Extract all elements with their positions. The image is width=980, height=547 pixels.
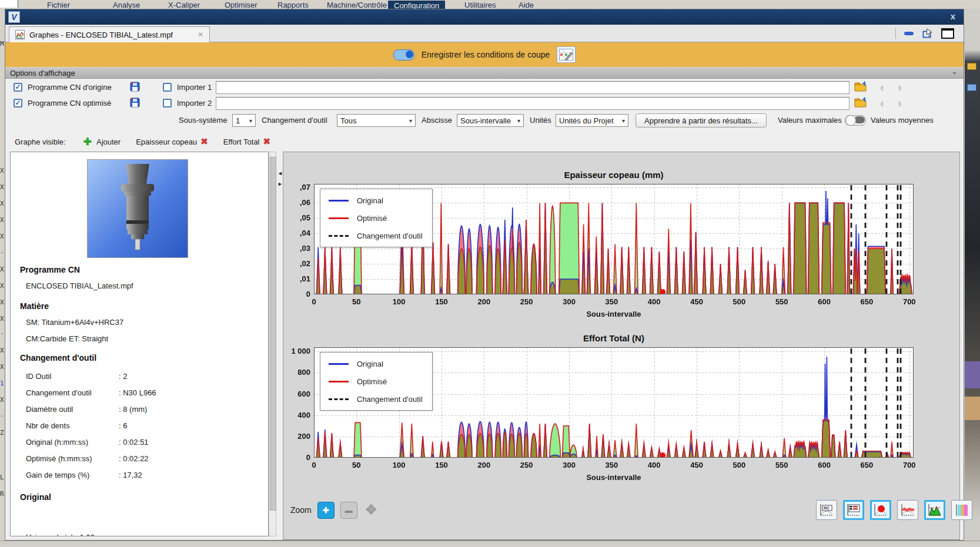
graph-table-button[interactable]	[843, 500, 864, 520]
legend-swatch-dashed	[329, 235, 349, 237]
graph-nc-program-button[interactable]: NC	[816, 500, 837, 520]
learn-from-results-button[interactable]: Apprendre à partir des résultats...	[636, 113, 767, 127]
dialog-title-bar[interactable]: V x	[5, 9, 964, 25]
history-back-chevron[interactable]: ‹	[880, 96, 884, 109]
y-tick-label: 600	[287, 390, 310, 398]
graph-color-bands-icon	[954, 503, 969, 517]
import1-field[interactable]	[216, 81, 849, 94]
x-tick-label: 100	[382, 461, 417, 469]
background-bottom-strip	[0, 541, 980, 547]
background-text-fragment: X	[0, 216, 4, 224]
background-icon-fragment	[967, 84, 976, 91]
x-tick-label: 450	[679, 297, 714, 306]
toolchange-header: Changement d'outil	[20, 353, 96, 363]
x-tick-label: 550	[764, 297, 800, 306]
zoom-out-button[interactable]: ▬	[340, 502, 357, 519]
zoom-fit-button[interactable]: ✥	[363, 502, 379, 518]
open-folder-icon[interactable]	[854, 81, 867, 92]
dialog-close-button[interactable]: x	[951, 11, 955, 21]
material-line: CM:Carbide ET: Straight	[26, 334, 108, 343]
display-options-header[interactable]: Options d'affichage ⌄	[5, 67, 964, 79]
open-folder-icon[interactable]	[854, 97, 867, 108]
legend-swatch-line	[329, 217, 349, 219]
save-disk-icon[interactable]	[130, 98, 140, 108]
splitter-collapse-left-arrow[interactable]: ◄	[277, 171, 283, 176]
history-forward-chevron[interactable]: ›	[898, 80, 902, 93]
kv-label: ID Outil	[26, 372, 51, 381]
import1-label: Importer 1	[177, 83, 212, 92]
background-menu-item: Configuration	[388, 1, 445, 9]
values-mode-toggle[interactable]	[845, 115, 866, 126]
zoom-in-button[interactable]: ✚	[317, 502, 335, 519]
minimize-button[interactable]	[904, 32, 914, 35]
x-tick-label: 350	[594, 461, 629, 469]
save-disk-icon[interactable]	[130, 82, 140, 92]
x-tick-label: 350	[594, 297, 629, 306]
edit-conditions-button[interactable]	[557, 46, 576, 63]
save-conditions-toggle[interactable]	[393, 49, 414, 61]
background-3d-fragment	[965, 361, 980, 388]
graph-chip: Epaisseur copeau✖	[136, 136, 208, 147]
tool-info-panel: Programme CN ENCLOSED TIBIAL_Latest.mpf …	[10, 152, 269, 536]
import2-label: Importer 2	[177, 99, 212, 108]
subsystem-label: Sous-système	[179, 116, 227, 125]
background-text-fragment: R	[0, 490, 4, 498]
remove-graph-icon[interactable]: ✖	[263, 136, 271, 147]
x-tick-label: 150	[424, 297, 459, 306]
graph-color-bands-button[interactable]	[951, 500, 972, 520]
banner-label: Enregistrer les conditions de coupe	[422, 50, 550, 59]
x-tick-label: 450	[679, 461, 714, 469]
x-axis-label: Sous-intervalle	[314, 310, 914, 318]
legend-label: Original	[357, 360, 383, 368]
import1-checkbox[interactable]	[163, 83, 172, 92]
background-menu-bar: FichierAnalyseX-CaliperOptimiserRapports…	[0, 0, 980, 9]
graph-table-icon	[846, 503, 861, 517]
toolchange-filter-select[interactable]: Tous▾	[337, 114, 416, 127]
add-graph-icon[interactable]: ✚	[83, 136, 92, 148]
graph-area-button[interactable]	[924, 500, 945, 520]
graph-points-button[interactable]	[870, 500, 891, 520]
tab-close-icon[interactable]: ✕	[198, 31, 203, 39]
x-tick-label: 500	[721, 461, 757, 469]
collapse-chevron-icon[interactable]: ⌄	[951, 67, 958, 76]
y-tick-label: ,05	[287, 213, 310, 222]
graph-points-icon	[873, 503, 888, 517]
splitter-collapse-right-arrow[interactable]: ►	[277, 182, 283, 187]
material-line: SM: Titanium+6Al4v+HRC37	[26, 318, 123, 327]
remove-graph-icon[interactable]: ✖	[200, 136, 208, 147]
history-back-chevron[interactable]: ‹	[880, 80, 884, 93]
legend-entry: Changement d'outil	[320, 390, 432, 408]
vericut-logo-icon: V	[8, 11, 20, 23]
subsystem-select[interactable]: 1▾	[232, 114, 256, 127]
background-text-fragment: X	[0, 233, 4, 240]
units-select[interactable]: Unités du Projet▾	[556, 114, 628, 127]
legend-swatch-line	[329, 381, 349, 382]
x-tick-label: 0	[296, 461, 332, 469]
screen: FichierAnalyseX-CaliperOptimiserRapports…	[0, 0, 980, 547]
x-tick-label: 550	[764, 461, 800, 469]
origin-program-checkbox[interactable]	[14, 83, 22, 92]
background-menu-item: Machine/Contrôle	[327, 1, 387, 9]
optimized-program-checkbox[interactable]	[14, 99, 22, 108]
import2-checkbox[interactable]	[163, 99, 172, 108]
left-panel-scrollbar[interactable]	[269, 152, 276, 536]
history-forward-chevron[interactable]: ›	[898, 96, 902, 109]
import2-field[interactable]	[216, 97, 849, 110]
maximize-button[interactable]	[941, 28, 954, 39]
graph-limit-band-icon	[900, 503, 915, 517]
kv-value: : 8 (mm)	[119, 405, 147, 414]
tab-graphes[interactable]: Graphes - ENCLOSED TIBIAL_Latest.mpf ✕	[9, 26, 210, 42]
restore-undock-button[interactable]	[922, 28, 933, 39]
scrollbar-thumb[interactable]	[270, 157, 276, 511]
graph-limit-band-button[interactable]	[897, 500, 918, 520]
abscissa-select[interactable]: Sous-intervalle▾	[457, 114, 524, 127]
kv-value: : 17,32	[119, 471, 142, 479]
background-text-fragment: X	[0, 363, 4, 371]
x-tick-label: 700	[892, 297, 927, 306]
y-tick-label: 200	[287, 432, 310, 441]
legend-entry: Optimisé	[320, 209, 432, 227]
chart-epaisseur-copeau: Epaisseur copeau (mm),07,06,05,04,03,02,…	[287, 169, 957, 327]
add-graph-label[interactable]: Ajouter	[96, 137, 121, 146]
background-fragment	[0, 0, 18, 8]
display-options-panel: Programme CN d'origine Importer 1 ‹ › Pr…	[5, 79, 964, 132]
